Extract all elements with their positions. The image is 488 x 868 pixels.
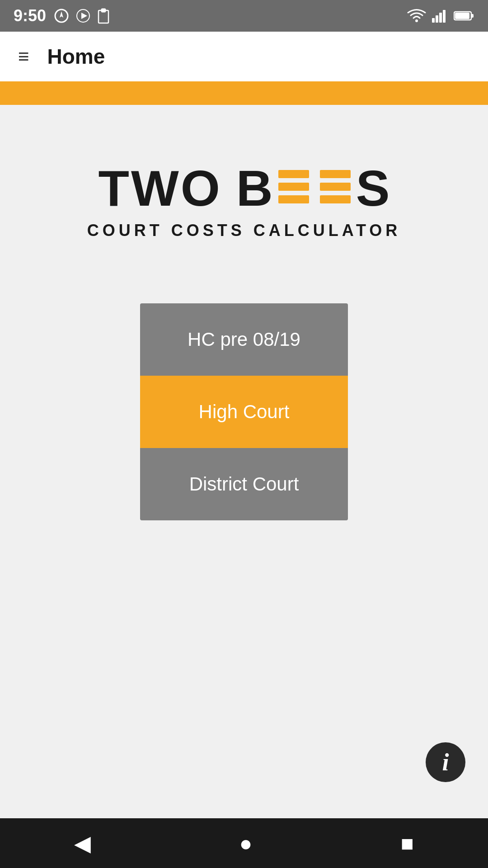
logo-b1: B <box>236 159 273 217</box>
status-time: 9:50 <box>14 6 46 25</box>
info-icon: i <box>442 750 449 774</box>
logo-line-6 <box>320 195 351 203</box>
svg-rect-10 <box>432 18 435 23</box>
hc-pre-button[interactable]: HC pre 08/19 <box>140 303 348 376</box>
logo-line-4 <box>320 170 351 178</box>
svg-marker-1 <box>60 11 63 18</box>
status-bar: 9:50 <box>0 0 488 32</box>
status-bar-left: 9:50 <box>14 6 110 25</box>
back-button[interactable]: ◀ <box>74 830 91 856</box>
info-button[interactable]: i <box>426 742 465 782</box>
page-title: Home <box>47 44 105 69</box>
svg-rect-12 <box>439 13 442 23</box>
svg-rect-11 <box>436 15 438 23</box>
svg-marker-3 <box>81 13 87 19</box>
clipboard-icon <box>97 8 110 24</box>
button-group: HC pre 08/19 High Court District Court <box>140 303 348 520</box>
logo-subtitle: COURT COSTS CALCULATOR <box>87 221 401 240</box>
svg-rect-13 <box>443 10 446 23</box>
logo-two: TWO <box>99 159 222 217</box>
svg-rect-5 <box>101 9 106 12</box>
district-court-button[interactable]: District Court <box>140 448 348 520</box>
svg-rect-16 <box>455 13 469 19</box>
svg-rect-15 <box>471 14 474 18</box>
bottom-nav: ◀ ● ■ <box>0 818 488 868</box>
top-bar: ≡ Home <box>0 32 488 81</box>
svg-point-9 <box>415 19 418 22</box>
signal-icon <box>432 8 448 24</box>
home-button[interactable]: ● <box>239 831 252 856</box>
status-icons-left <box>53 8 110 24</box>
logo-container: TWO B S COURT COSTS CALCULATOR <box>87 159 401 240</box>
logo-s: S <box>356 159 390 217</box>
logo-line-3 <box>278 195 309 203</box>
high-court-button[interactable]: High Court <box>140 376 348 448</box>
logo-line-5 <box>320 183 351 191</box>
wifi-icon <box>407 8 427 24</box>
logo-line-1 <box>278 170 309 178</box>
navigation-icon <box>53 8 70 24</box>
logo-line-2 <box>278 183 309 191</box>
logo-bees: B S <box>236 159 390 217</box>
logo-text: TWO B S <box>99 159 390 217</box>
status-icons-right <box>407 8 474 24</box>
logo-lines-b2 <box>320 170 351 207</box>
play-icon <box>75 8 91 24</box>
recent-button[interactable]: ■ <box>401 831 414 856</box>
logo-lines-b1 <box>278 170 309 207</box>
hamburger-menu-icon[interactable]: ≡ <box>18 47 29 66</box>
orange-banner <box>0 81 488 105</box>
main-content: TWO B S COURT COSTS CALCULATOR HC pre <box>0 105 488 818</box>
battery-icon <box>454 10 474 22</box>
